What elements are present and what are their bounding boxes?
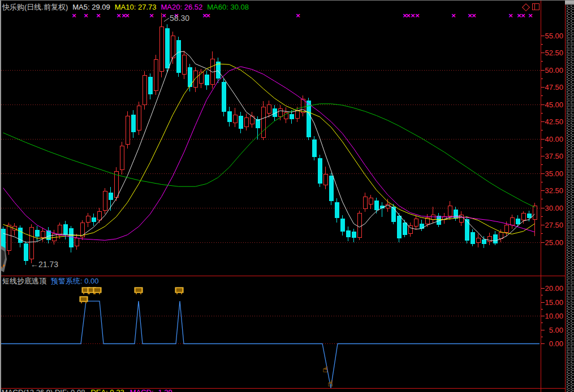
price-axis-label[interactable]: 32.50 — [545, 186, 563, 195]
price-axis-label[interactable]: 35.00 — [545, 169, 563, 178]
macd-value-label: MACD: -1.29 — [130, 388, 172, 392]
candle-up — [86, 216, 90, 223]
candle-up — [261, 107, 265, 138]
restore-window-icon[interactable] — [532, 3, 541, 12]
candle-up — [357, 214, 361, 238]
sub-axis-label[interactable]: 15.00 — [545, 298, 563, 307]
sell-mark-icon: × — [124, 12, 130, 19]
sell-mark-icon: × — [205, 12, 210, 19]
sub-axis-label[interactable]: 0.00 — [549, 339, 563, 348]
price-axis-label[interactable]: 40.00 — [545, 135, 563, 143]
sell-mark-icon: × — [471, 12, 476, 19]
gold-sign-icon — [135, 288, 143, 294]
macd-footer: MACD(12,26,9) DIF: 0.08DEA: 0.23MACD: -1… — [2, 389, 178, 392]
candle-up — [301, 99, 305, 112]
buy-hand-icon: ☝ — [327, 378, 333, 389]
candle-down — [165, 29, 169, 68]
sub-chart-header: 短线抄底逃顶预警系统: 0.00 — [2, 277, 103, 285]
candle-up — [193, 71, 197, 87]
candle-down — [188, 67, 192, 86]
candle-up — [369, 198, 373, 204]
candle-down — [403, 223, 407, 235]
candle-down — [63, 224, 67, 234]
candle-down — [346, 230, 350, 237]
price-axis-label[interactable]: 45.00 — [545, 101, 563, 109]
candle-up — [504, 225, 508, 233]
price-axis-label[interactable]: 37.50 — [545, 152, 563, 160]
peak-price-label: 58.30 — [170, 14, 189, 23]
candle-down — [131, 115, 135, 132]
sell-mark-icon: × — [83, 12, 88, 19]
candle-up — [137, 106, 141, 130]
chart-canvas[interactable]: ×××××××××××××××××××××××☝☝55.0052.5050.00… — [0, 1, 574, 392]
ma60-line — [3, 104, 535, 207]
macd-label: MACD(12,26,9) DIF: 0.08 — [2, 388, 85, 392]
sell-mark-icon: × — [71, 12, 76, 19]
candle-down — [290, 114, 294, 119]
candle-down — [374, 201, 378, 210]
candle-up — [295, 111, 299, 118]
candle-down — [482, 239, 486, 243]
candle-down — [92, 217, 96, 221]
sell-mark-icon: × — [96, 12, 101, 19]
candle-down — [148, 77, 152, 94]
candle-down — [69, 229, 73, 247]
price-axis-label[interactable]: 52.50 — [545, 49, 563, 57]
gold-sign-icon — [80, 297, 88, 303]
low-price-label: ←21.73 — [31, 260, 58, 269]
price-axis-label[interactable]: 55.00 — [545, 32, 563, 40]
candle-down — [256, 120, 260, 128]
candle-down — [222, 82, 226, 111]
overview-strip — [566, 5, 574, 392]
sub-axis-label[interactable]: 10.00 — [545, 312, 563, 320]
candle-up — [533, 206, 537, 219]
candle-up — [143, 76, 146, 104]
buy-hand-icon: ☝ — [322, 364, 327, 374]
candle-down — [312, 140, 316, 157]
candle-down — [227, 111, 231, 121]
ma20-label: MA20: 26.52 — [161, 3, 203, 11]
candle-down — [176, 41, 180, 73]
candle-up — [233, 115, 237, 123]
candle-up — [476, 238, 480, 242]
alert-system-label: 预警系统: 0.00 — [51, 277, 99, 285]
sell-mark-icon: × — [451, 12, 456, 19]
stock-title: 快乐购(日线.前复权) — [2, 3, 68, 11]
candle-up — [182, 55, 186, 74]
candle-up — [448, 206, 452, 216]
candle-up — [267, 104, 271, 114]
candle-up — [408, 226, 412, 233]
gold-sign-icon — [175, 288, 183, 294]
candle-down — [239, 116, 243, 129]
candle-down — [352, 232, 356, 238]
sell-mark-icon: × — [149, 12, 154, 19]
candle-down — [493, 235, 497, 243]
candle-down — [35, 230, 39, 236]
price-axis-label[interactable]: 47.50 — [545, 83, 563, 92]
strip-top-bar — [565, 1, 574, 5]
sell-mark-icon: × — [520, 12, 525, 19]
candle-up — [120, 146, 124, 170]
price-axis-label[interactable]: 27.50 — [545, 221, 563, 229]
gold-sign-icon — [93, 288, 101, 294]
price-axis-label[interactable]: 30.00 — [545, 204, 563, 212]
candle-down — [397, 216, 401, 238]
sell-mark-icon: × — [528, 12, 533, 19]
candle-up — [126, 116, 130, 145]
candle-up — [7, 225, 11, 251]
candle-up — [29, 227, 33, 259]
sub-axis-label[interactable]: 5.00 — [549, 326, 563, 334]
candle-up — [97, 211, 101, 220]
price-axis-label[interactable]: 42.50 — [545, 117, 563, 126]
sub-axis-label[interactable]: 20.00 — [545, 284, 563, 293]
candle-up — [171, 36, 175, 58]
candle-up — [244, 117, 248, 127]
candle-up — [103, 191, 107, 211]
price-axis-label[interactable]: 25.00 — [545, 238, 563, 247]
candle-down — [516, 219, 520, 224]
candle-down — [205, 75, 209, 85]
indicator-title: 短线抄底逃顶 — [2, 277, 46, 285]
price-axis-label[interactable]: 50.00 — [545, 66, 563, 75]
ma5-label: MA5: 29.09 — [72, 3, 110, 11]
candle-up — [510, 217, 514, 225]
